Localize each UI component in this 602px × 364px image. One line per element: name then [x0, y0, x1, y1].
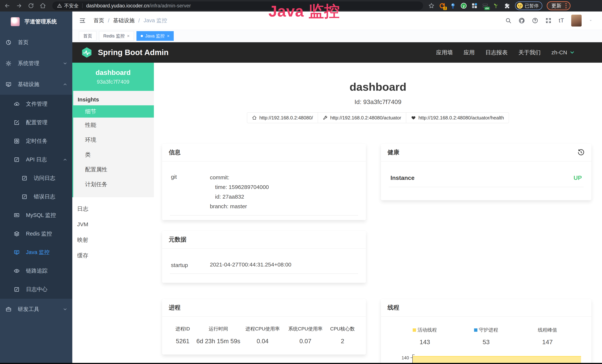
svg-text:y: y [463, 4, 465, 8]
help-icon[interactable] [532, 17, 538, 24]
health-url-button[interactable]: http://192.168.0.2:48080/actuator/health [406, 112, 509, 123]
sba-item-mappings[interactable]: 映射 [72, 232, 154, 248]
sba-brand[interactable]: Spring Boot Admin [98, 48, 169, 57]
metadata-key: startup [171, 261, 210, 268]
warning-icon [57, 3, 62, 8]
collapse-sidebar-icon[interactable] [79, 17, 86, 24]
monitor-chart-icon [6, 81, 11, 87]
sidebar-item-api-log[interactable]: API 日志 [0, 150, 72, 169]
sidebar-item-redis-monitor[interactable]: Redis 监控 [0, 225, 72, 243]
metadata-value: 2021-04-27T00:44:31.254+08:00 [210, 260, 291, 269]
sba-item-details[interactable]: 细节 [72, 105, 154, 118]
service-url-button[interactable]: http://192.168.0.2:48080/ [247, 112, 318, 123]
breadcrumb-current: Java 监控 [143, 17, 167, 24]
security-label[interactable]: 不安全 [64, 3, 79, 9]
url-path[interactable]: /infra/admin-server [149, 3, 191, 9]
sidebar-item-log-center[interactable]: 日志中心 [0, 280, 72, 299]
sba-item-config-props[interactable]: 配置属性 [73, 162, 154, 177]
sidebar-item-file-management[interactable]: 文件管理 [0, 95, 72, 113]
extension-sprout-icon[interactable] [493, 3, 499, 9]
sidebar-item-java-monitor[interactable]: Java 监控 [0, 243, 72, 262]
extension-puzzle-icon[interactable] [504, 3, 510, 9]
sidebar-item-mysql-monitor[interactable]: MySQL 监控 [0, 206, 72, 225]
breadcrumb: 首页 / 基础设施 / Java 监控 [93, 17, 167, 24]
info-git-row: git commit: time: 1596289704000 id: 27aa… [170, 168, 358, 215]
profile-paused-chip[interactable]: 已暂停 [515, 1, 542, 10]
peak-threads-value: 147 [517, 338, 578, 346]
url-host[interactable]: dashboard.yudao.iocoder.cn [86, 3, 149, 9]
browser-back-icon[interactable] [4, 3, 10, 9]
sidebar-item-access-log[interactable]: 访问日志 [0, 169, 72, 187]
edit-log-icon [14, 287, 20, 292]
app-logo[interactable]: 芋道管理系统 [0, 11, 72, 32]
browser-home-icon[interactable] [40, 3, 46, 9]
breadcrumb-home[interactable]: 首页 [93, 17, 104, 24]
page-title: dashboard [154, 80, 602, 93]
history-icon[interactable] [577, 149, 585, 156]
github-icon[interactable] [519, 17, 525, 24]
close-icon[interactable]: × [167, 33, 170, 39]
sba-item-classes[interactable]: 类 [73, 147, 154, 162]
sba-item-logs[interactable]: 日志 [72, 201, 154, 217]
sba-nav-about[interactable]: 关于我们 [518, 49, 541, 56]
edit-log-icon [14, 157, 20, 163]
sidebar-item-tracing[interactable]: 链路追踪 [0, 262, 72, 280]
sba-item-scheduled-tasks[interactable]: 计划任务 [73, 177, 154, 192]
browser-update-button[interactable]: 更新 [547, 1, 570, 10]
health-card-title: 健康 [387, 148, 399, 157]
breadcrumb-separator: / [108, 18, 109, 24]
sba-item-environment[interactable]: 环境 [73, 132, 154, 147]
tab-home[interactable]: 首页 [79, 31, 97, 41]
system-cpu: 0.07 [284, 338, 327, 345]
sba-nav-wallboard[interactable]: 应用墙 [436, 49, 453, 56]
address-bar[interactable]: 不安全 dashboard.yudao.iocoder.cn /infra/ad… [52, 1, 423, 10]
sidebar-item-config-management[interactable]: 配置管理 [0, 113, 72, 132]
user-avatar[interactable] [571, 15, 582, 27]
sba-locale-select[interactable]: zh-CN [551, 49, 575, 56]
avatar-caret-icon[interactable] [589, 19, 593, 23]
threads-card-title: 线程 [381, 299, 591, 317]
sidebar-item-home[interactable]: 首页 [0, 32, 72, 53]
close-icon[interactable]: × [127, 33, 129, 39]
instance-header[interactable]: dashboard 93a3fc7f7409 [72, 63, 154, 91]
extension-onoff-icon[interactable]: on [482, 3, 488, 9]
instance-id: 93a3fc7f7409 [97, 79, 129, 85]
tab-redis-monitor[interactable]: Redis 监控 × [99, 31, 134, 41]
actuator-url-button[interactable]: http://192.168.0.2:48080/actuator [318, 112, 406, 123]
sidebar-item-infrastructure[interactable]: 基础设施 [0, 74, 72, 95]
chevron-up-icon [63, 82, 67, 87]
instance-links: http://192.168.0.2:48080/ http://192.168… [154, 112, 602, 123]
edit-log-icon [22, 175, 27, 181]
breadcrumb-infrastructure[interactable]: 基础设施 [113, 17, 135, 24]
sidebar-item-system[interactable]: 系统管理 [0, 53, 72, 74]
tag-tabs-bar: 首页 Redis 监控 × Java 监控 × [72, 30, 602, 42]
tab-java-monitor[interactable]: Java 监控 × [137, 31, 174, 41]
browser-menu-icon[interactable] [564, 3, 568, 8]
briefcase-icon [6, 306, 11, 312]
threads-legend: 活动线程 143 守护进程 53 线程峰值 147 [389, 323, 584, 346]
sidebar-item-dev-tools[interactable]: 研发工具 [0, 299, 72, 320]
paused-label: 已暂停 [525, 3, 538, 9]
extension-y-icon[interactable]: y [461, 3, 467, 9]
fullscreen-icon[interactable] [545, 17, 552, 24]
bookmark-star-icon[interactable] [428, 3, 435, 9]
sba-item-metrics[interactable]: 性能 [73, 118, 154, 132]
sba-nav-journal[interactable]: 日志报表 [485, 49, 508, 56]
extension-refresh-icon[interactable]: 1 [439, 3, 445, 9]
search-icon[interactable] [505, 17, 512, 24]
java-monitor-icon [14, 249, 20, 255]
browser-forward-icon[interactable] [16, 3, 22, 9]
process-col-uptime: 运行时间 [196, 326, 241, 332]
info-card: 信息 git commit: time: 1596289704000 id: 2… [162, 144, 366, 220]
sba-item-jvm[interactable]: JVM [72, 217, 154, 232]
font-size-icon[interactable]: tT [559, 17, 564, 24]
sidebar-item-scheduled-jobs[interactable]: 定时任务 [0, 132, 72, 150]
process-col-cpus: CPU核心数 [327, 326, 358, 332]
sidebar-item-error-log[interactable]: 错误日志 [0, 187, 72, 206]
browser-reload-icon[interactable] [28, 3, 34, 9]
sba-item-caches[interactable]: 缓存 [72, 248, 154, 263]
extension-pin-icon[interactable] [450, 3, 456, 9]
extension-grid-icon[interactable] [471, 3, 478, 9]
extension-on-badge: on [484, 7, 490, 10]
sba-nav-applications[interactable]: 应用 [463, 49, 475, 56]
